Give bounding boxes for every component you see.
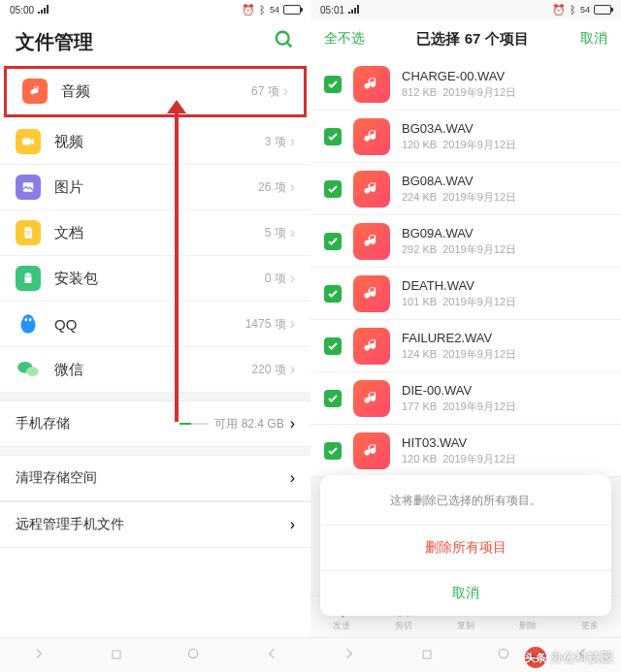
category-count: 220 项 — [251, 362, 285, 378]
audio-file-icon — [353, 223, 390, 260]
file-row[interactable]: BG09A.WAV 292 KB 2019年9月12日 — [310, 215, 621, 268]
chevron-right-icon: › — [290, 178, 295, 196]
category-row-image[interactable]: 图片 26 项 › — [0, 165, 310, 210]
file-row[interactable]: BG08A.WAV 224 KB 2019年9月12日 — [310, 163, 621, 215]
checkbox-icon[interactable] — [324, 285, 342, 303]
audio-file-icon — [353, 328, 390, 365]
category-label: 文档 — [54, 224, 265, 242]
clean-label: 清理存储空间 — [16, 469, 290, 487]
watermark-text: 办公科技园 — [550, 649, 613, 666]
search-icon[interactable] — [274, 29, 295, 54]
chevron-right-icon: › — [290, 224, 295, 241]
category-row-video[interactable]: 视频 3 项 › — [0, 119, 310, 165]
category-row-apk[interactable]: 安装包 0 项 › — [0, 256, 310, 302]
audio-file-icon — [353, 66, 390, 103]
deselect-all-button[interactable]: 全不选 — [324, 30, 365, 48]
category-row-qq[interactable]: QQ 1475 项 › — [0, 302, 310, 347]
android-navbar — [0, 637, 310, 672]
image-icon — [16, 175, 41, 200]
cancel-button[interactable]: 取消 — [580, 30, 607, 48]
svg-rect-19 — [423, 651, 431, 658]
checkbox-icon[interactable] — [324, 76, 342, 93]
battery-text: 54 — [270, 5, 279, 15]
category-row-wechat[interactable]: 微信 220 项 › — [0, 347, 310, 393]
svg-point-0 — [277, 32, 289, 45]
file-date: 2019年9月12日 — [442, 139, 516, 150]
file-name: BG08A.WAV — [402, 174, 607, 188]
nav-chevron-icon[interactable] — [343, 647, 356, 664]
file-name: BG03A.WAV — [402, 121, 607, 136]
svg-point-12 — [189, 649, 198, 657]
checkbox-icon[interactable] — [324, 233, 342, 250]
file-row[interactable]: DEATH.WAV 101 KB 2019年9月12日 — [310, 268, 621, 320]
category-label: 音频 — [61, 82, 251, 101]
svg-point-8 — [29, 318, 32, 321]
nav-recent-icon[interactable] — [111, 647, 122, 664]
category-row-audio[interactable]: 音频 67 项 › — [7, 69, 304, 114]
file-name: DEATH.WAV — [402, 278, 607, 293]
nav-back-icon[interactable] — [265, 647, 278, 664]
file-row[interactable]: FAILURE2.WAV 124 KB 2019年9月12日 — [310, 320, 621, 372]
clean-storage-row[interactable]: 清理存储空间 › — [0, 455, 310, 501]
chevron-right-icon: › — [290, 516, 295, 533]
watermark: 头条 办公科技园 — [525, 647, 613, 668]
file-date: 2019年9月12日 — [442, 400, 516, 412]
battery-text: 54 — [580, 5, 590, 15]
wechat-icon — [16, 357, 41, 382]
checkbox-icon[interactable] — [324, 337, 342, 355]
chevron-right-icon: › — [290, 315, 295, 333]
video-icon — [16, 129, 41, 154]
file-row[interactable]: CHARGE-00.WAV 812 KB 2019年9月12日 — [310, 58, 621, 111]
nav-home-icon[interactable] — [497, 647, 510, 664]
category-count: 26 项 — [258, 179, 286, 196]
selection-title: 已选择 67 个项目 — [416, 30, 528, 48]
dialog-message: 这将删除已选择的所有项目。 — [320, 475, 611, 526]
chevron-right-icon: › — [290, 469, 295, 487]
file-row[interactable]: HIT03.WAV 120 KB 2019年9月12日 — [310, 425, 621, 477]
svg-rect-11 — [113, 651, 120, 658]
svg-point-20 — [500, 649, 508, 657]
file-row[interactable]: DIE-00.WAV 177 KB 2019年9月12日 — [310, 372, 621, 425]
file-date: 2019年9月12日 — [442, 243, 516, 255]
category-row-doc[interactable]: 文档 5 项 › — [0, 210, 310, 256]
chevron-right-icon: › — [283, 82, 288, 100]
svg-point-4 — [29, 274, 30, 275]
category-count: 67 项 — [251, 83, 279, 100]
nav-recent-icon[interactable] — [421, 647, 433, 664]
nav-chevron-icon[interactable] — [32, 647, 46, 664]
file-size: 101 KB — [402, 296, 437, 307]
file-list[interactable]: CHARGE-00.WAV 812 KB 2019年9月12日 BG03A.WA… — [310, 58, 621, 477]
checkbox-icon[interactable] — [324, 442, 342, 460]
file-date: 2019年9月12日 — [442, 86, 516, 98]
file-row[interactable]: BG03A.WAV 120 KB 2019年9月12日 — [310, 111, 621, 163]
nav-home-icon[interactable] — [186, 647, 200, 664]
file-date: 2019年9月12日 — [442, 191, 516, 203]
checkbox-icon[interactable] — [324, 390, 342, 407]
svg-point-3 — [26, 274, 27, 275]
status-time: 05:01 — [320, 5, 344, 16]
file-name: DIE-00.WAV — [402, 383, 607, 398]
apk-icon — [16, 266, 41, 291]
selection-screen: 05:01 ⏰ ᛒ 54 全不选 已选择 67 个项目 取消 C — [310, 0, 621, 672]
audio-file-icon — [353, 171, 390, 208]
status-bar: 05:01 ⏰ ᛒ 54 — [310, 0, 621, 19]
remote-manage-row[interactable]: 远程管理手机文件 › — [0, 501, 310, 548]
file-size: 120 KB — [402, 139, 437, 150]
storage-row[interactable]: 手机存储 可用 82.4 GB › — [0, 400, 310, 447]
category-count: 3 项 — [265, 134, 286, 150]
audio-file-icon — [353, 275, 390, 312]
highlight-annotation: 音频 67 项 › — [4, 66, 307, 117]
file-size: 224 KB — [402, 191, 437, 203]
file-size: 124 KB — [402, 348, 437, 360]
arrow-annotation — [175, 112, 179, 422]
checkbox-icon[interactable] — [324, 128, 342, 145]
dialog-cancel-button[interactable]: 取消 — [320, 571, 611, 616]
delete-all-button[interactable]: 删除所有项目 — [320, 526, 611, 571]
category-count: 5 项 — [265, 225, 286, 241]
category-label: QQ — [54, 316, 245, 333]
chevron-right-icon: › — [290, 361, 295, 378]
svg-rect-1 — [22, 139, 30, 145]
file-name: BG09A.WAV — [402, 226, 607, 240]
alarm-icon: ⏰ — [552, 4, 566, 16]
checkbox-icon[interactable] — [324, 180, 342, 198]
